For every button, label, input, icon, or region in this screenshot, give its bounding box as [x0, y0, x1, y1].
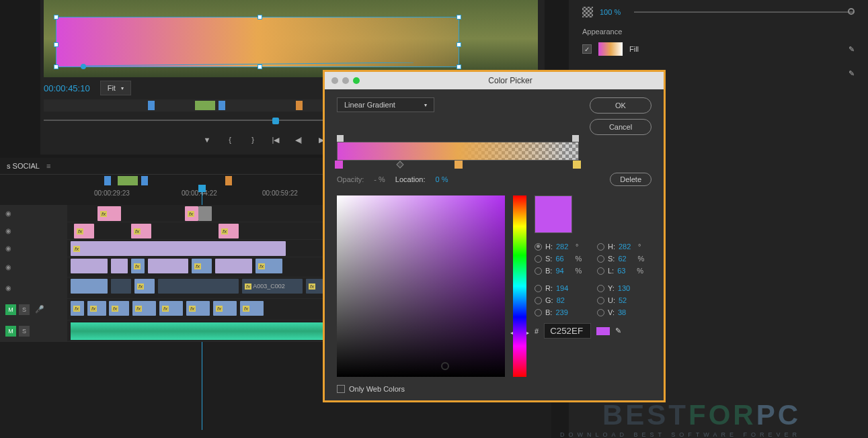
resize-handle[interactable]	[457, 42, 461, 47]
audio-clip[interactable]: fx	[186, 301, 210, 316]
solo-button[interactable]: S	[19, 326, 30, 337]
color-stop[interactable]	[335, 161, 343, 169]
delete-stop-button[interactable]: Delete	[610, 173, 652, 186]
sequence-name[interactable]: s SOCIAL	[7, 162, 40, 170]
clip[interactable]	[111, 259, 128, 273]
opacity-stop[interactable]	[337, 135, 344, 142]
y-radio[interactable]	[597, 285, 604, 292]
color-cursor[interactable]	[441, 362, 449, 370]
close-button[interactable]	[331, 77, 338, 84]
gradient-type-select[interactable]: Linear Gradient	[337, 97, 434, 112]
mute-button[interactable]: M	[5, 304, 16, 315]
opacity-slider[interactable]	[634, 11, 855, 13]
track-toggle[interactable]: ◉	[5, 210, 11, 217]
resize-handle[interactable]	[54, 42, 58, 47]
clip[interactable]	[148, 259, 188, 273]
clip[interactable]	[215, 259, 252, 273]
clip[interactable]: fx	[255, 259, 282, 273]
opacity-value[interactable]: 100 %	[600, 8, 621, 16]
fill-checkbox[interactable]: ✓	[582, 44, 592, 54]
titlebar[interactable]: Color Picker	[325, 72, 664, 89]
hue-cursor[interactable]: ◂▸	[510, 330, 529, 336]
eyedropper-icon[interactable]: ✎	[849, 45, 855, 54]
panel-menu-icon[interactable]: ≡	[46, 162, 50, 170]
rgb-b-radio[interactable]	[535, 309, 542, 316]
midpoint[interactable]	[396, 161, 403, 168]
out-point-button[interactable]: }	[247, 134, 258, 145]
hsl-s-radio[interactable]	[597, 255, 604, 263]
clip[interactable]: fx	[219, 224, 239, 238]
clip[interactable]	[71, 279, 108, 294]
anchor-point[interactable]	[81, 64, 86, 69]
audio-clip[interactable]: fx	[132, 301, 156, 316]
resize-handle[interactable]	[54, 15, 58, 19]
gradient-preview[interactable]	[337, 142, 579, 161]
playhead[interactable]	[272, 118, 279, 124]
b-radio[interactable]	[535, 267, 542, 275]
clip[interactable]: fx	[192, 259, 212, 273]
g-radio[interactable]	[535, 297, 542, 304]
clip[interactable]: fx	[97, 206, 121, 221]
audio-clip[interactable]: fx	[109, 301, 129, 316]
fill-swatch[interactable]	[598, 42, 623, 56]
timecode-display[interactable]: 00:00:45:10	[44, 83, 90, 93]
clip[interactable]: fx	[71, 241, 286, 256]
cancel-button[interactable]: Cancel	[590, 119, 652, 135]
resize-handle[interactable]	[258, 15, 262, 19]
h-radio[interactable]	[535, 243, 542, 251]
hsl-h-radio[interactable]	[597, 243, 604, 251]
u-radio[interactable]	[597, 297, 604, 304]
v-radio[interactable]	[597, 309, 604, 316]
opacity-stop[interactable]	[572, 135, 579, 142]
marker[interactable]	[296, 101, 303, 110]
eyedropper-icon[interactable]: ✎	[849, 69, 855, 78]
marker[interactable]	[148, 101, 155, 110]
add-marker-button[interactable]: ▼	[202, 134, 212, 145]
maximize-button[interactable]	[353, 77, 360, 84]
hue-slider[interactable]: ◂▸	[513, 195, 526, 377]
track-toggle[interactable]: ◉	[5, 245, 11, 252]
clip[interactable]: fx	[134, 279, 155, 294]
audio-clip[interactable]: fx	[213, 301, 237, 316]
marker[interactable]	[225, 176, 232, 185]
eyedropper-icon[interactable]: ✎	[615, 326, 621, 335]
marker[interactable]	[141, 176, 148, 185]
clip[interactable]	[111, 279, 131, 294]
gradient-editor[interactable]	[337, 142, 579, 161]
clip[interactable]	[198, 206, 212, 221]
location-value[interactable]: 0 %	[436, 175, 452, 183]
resize-handle[interactable]	[258, 64, 262, 69]
zoom-select[interactable]: Fit	[100, 81, 131, 95]
mic-icon[interactable]: 🎤	[35, 305, 44, 314]
in-point-button[interactable]: {	[225, 134, 235, 145]
hex-input[interactable]	[544, 323, 591, 339]
clip[interactable]: fx	[74, 224, 94, 238]
go-to-in-button[interactable]: |◀	[270, 134, 281, 145]
r-radio[interactable]	[535, 285, 542, 292]
color-stop[interactable]	[573, 161, 581, 169]
marker[interactable]	[195, 101, 215, 110]
s-radio[interactable]	[535, 255, 542, 263]
resize-handle[interactable]	[457, 15, 461, 19]
minimize-button[interactable]	[342, 77, 349, 84]
audio-clip[interactable]: fx	[71, 301, 84, 316]
clip[interactable]: fx	[131, 224, 151, 238]
clip[interactable]: fx	[131, 259, 145, 273]
clip[interactable]: fx	[185, 206, 198, 221]
ok-button[interactable]: OK	[590, 97, 652, 114]
step-back-button[interactable]: ◀|	[293, 134, 304, 145]
marker[interactable]	[104, 176, 111, 185]
audio-clip[interactable]: fx	[87, 301, 106, 316]
clip[interactable]	[71, 259, 108, 273]
marker[interactable]	[118, 176, 138, 185]
clip[interactable]: fxA003_C002	[242, 279, 303, 294]
marker[interactable]	[219, 101, 225, 110]
track-toggle[interactable]: ◉	[5, 263, 11, 271]
title-graphic[interactable]	[56, 17, 459, 67]
preview-video[interactable]	[44, 0, 538, 77]
web-colors-checkbox[interactable]	[337, 385, 345, 393]
audio-clip[interactable]: fx	[159, 301, 183, 316]
track-toggle[interactable]: ◉	[5, 284, 11, 292]
clip[interactable]	[158, 279, 239, 294]
solo-button[interactable]: S	[19, 304, 30, 315]
